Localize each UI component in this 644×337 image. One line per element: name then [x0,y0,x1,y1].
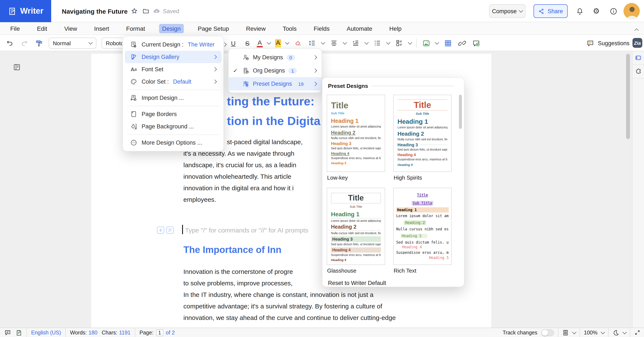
menu-view[interactable]: View [61,24,80,33]
suggestions-button[interactable]: Suggestions [586,35,630,51]
char-count[interactable]: Chars: 1191 [102,330,130,336]
block-menu-icon[interactable] [166,226,174,234]
track-changes-toggle[interactable] [541,329,554,336]
resources-panel-icon[interactable] [632,51,644,65]
night-mode-moon-icon[interactable] [612,329,619,336]
design-preview[interactable]: Title Sub Title Heading 1 Lorem ipsum do… [327,95,385,172]
menu-tools[interactable]: Tools [280,24,300,33]
doc-paragraph-line[interactable]: Innovation is the cornerstone of progre [184,268,293,275]
font-color-icon[interactable]: A [257,39,263,47]
insert-block-plus-icon[interactable]: + [157,226,164,234]
line-spacing-chevron-icon[interactable] [321,40,325,44]
zoom-chevron-icon[interactable] [601,330,605,334]
design-card-glasshouse[interactable]: Title Sub Title Heading 1 Lorem ipsum do… [327,188,385,274]
menu-help[interactable]: Help [386,24,405,33]
highlight-chevron-icon[interactable] [285,40,289,44]
document-scrollbar[interactable] [626,54,630,139]
settings-gear-icon[interactable]: ⚙ [593,7,600,15]
font-color-chevron-icon[interactable] [267,40,271,44]
align-chevron-icon[interactable] [343,40,347,44]
menu-review[interactable]: Review [243,24,269,33]
reset-to-writer-default[interactable]: Reset to Writer Default [327,280,454,286]
page-number-input[interactable]: 1 [156,329,163,336]
menu-item-font-set[interactable]: Aa Font Set [125,63,221,76]
format-painter-icon[interactable] [34,38,44,48]
undo-icon[interactable] [5,38,14,48]
indent-icon[interactable] [351,38,360,48]
page-view-icon[interactable] [562,329,569,336]
design-card-high-spirits[interactable]: Title Sub Title Heading 1 Lorem ipsum do… [393,95,452,181]
add-comment-icon[interactable] [471,38,481,48]
notifications-bell-icon[interactable] [576,7,584,15]
strikethrough-icon[interactable]: S [243,38,252,48]
menu-file[interactable]: File [7,24,23,33]
indent-chevron-icon[interactable] [364,40,369,44]
design-preview[interactable]: Title Sub Title Heading 1 Lorem ipsum do… [327,188,385,265]
checklist-chevron-icon[interactable] [408,40,412,44]
clear-format-eraser-icon[interactable] [294,38,303,48]
language-selector[interactable]: English (US) [31,330,61,336]
menu-fields[interactable]: Fields [311,24,333,33]
submenu-item-my-designs[interactable]: My Designs 0 [228,51,322,64]
image-chevron-icon[interactable] [435,40,439,44]
night-mode-chevron-icon[interactable] [622,330,627,334]
paragraph-style-select[interactable]: Normal [48,38,96,49]
redo-icon[interactable] [20,38,29,48]
menu-automate[interactable]: Automate [344,24,375,33]
info-icon[interactable] [610,7,617,15]
document-title-line1[interactable]: ting the Future: [227,95,314,108]
insert-link-icon[interactable] [457,38,466,48]
menu-design[interactable]: Design [159,24,184,33]
menu-item-page-background[interactable]: Page Background ... [125,120,221,133]
writer-logo[interactable]: Writer [0,0,51,22]
line-spacing-icon[interactable] [308,38,317,48]
menu-edit[interactable]: Edit [34,24,50,33]
folder-icon[interactable] [142,7,150,15]
menu-item-design-gallery[interactable]: Design Gallery [125,51,221,63]
favorite-star-icon[interactable] [130,7,138,15]
bullet-list-icon[interactable] [373,38,382,48]
editor-placeholder[interactable]: Type "/" for commands or "//" for AI pro… [185,226,308,234]
checklist-icon[interactable] [394,38,404,48]
insert-image-icon[interactable] [421,38,431,48]
menu-page-setup[interactable]: Page Setup [195,24,232,33]
menu-format[interactable]: Format [123,24,148,33]
doc-paragraph-line[interactable]: innovation, we stay ahead of the curve a… [184,314,396,321]
word-count[interactable]: Words: 180 [70,330,97,336]
comments-icon[interactable] [4,329,11,336]
highlight-color-icon[interactable]: A [275,39,281,47]
user-avatar[interactable] [624,3,640,19]
page-navigator-icon[interactable] [13,63,21,71]
doc-paragraph-line[interactable]: competitive advantage; it's a survival s… [184,302,382,310]
menu-item-import-design[interactable]: Import Design ... [125,92,221,104]
document-heading2[interactable]: The Importance of Inn [184,244,282,256]
align-icon[interactable] [329,38,339,48]
menu-insert[interactable]: Insert [91,24,112,33]
design-card-rich-text[interactable]: Title Sub Title Heading 1 Lorem ipsum do… [393,188,452,274]
doc-paragraph-line[interactable]: innovation in the digital era and how it… [184,184,294,192]
insert-table-icon[interactable] [443,38,452,48]
menu-item-more-design-options[interactable]: More Design Options ... [125,136,221,149]
document-title[interactable]: Navigating the Future [62,0,128,22]
submenu-item-preset-designs[interactable]: Preset Designs 19 [228,77,322,90]
zoom-level[interactable]: 100% [584,330,598,336]
doc-paragraph-line[interactable]: landscape, it's crucial for us, as a lea… [184,161,296,168]
menu-item-page-borders[interactable]: Page Borders [125,108,221,120]
underline-icon[interactable]: U [228,38,238,48]
menu-item-color-set[interactable]: Color Set : Default [125,76,221,88]
zia-assistant-button[interactable]: Zia [632,38,642,48]
submenu-item-org-designs[interactable]: ✓ Org Designs 1 [228,64,322,77]
list-chevron-icon[interactable] [386,40,390,44]
doc-paragraph-line[interactable]: to solve problems, improve processes, [184,280,292,287]
preset-panel-scrollbar[interactable] [459,95,462,129]
page-view-chevron-icon[interactable] [572,330,576,334]
share-button[interactable]: Share [534,4,568,18]
extensions-puzzle-icon[interactable] [632,65,644,78]
document-title-line2[interactable]: tion in the Digita [227,114,320,128]
compose-button[interactable]: Compose [489,4,526,18]
doc-paragraph-line[interactable]: innovation wholeheartedly. This article [184,173,291,180]
design-preview[interactable]: Title Sub Title Heading 1 Lorem ipsum do… [393,188,452,265]
design-preview[interactable]: Title Sub Title Heading 1 Lorem ipsum do… [393,95,452,172]
doc-paragraph-line[interactable]: employees. [184,196,216,203]
menu-item-current-design[interactable]: Current Design : The Writer [125,38,221,51]
